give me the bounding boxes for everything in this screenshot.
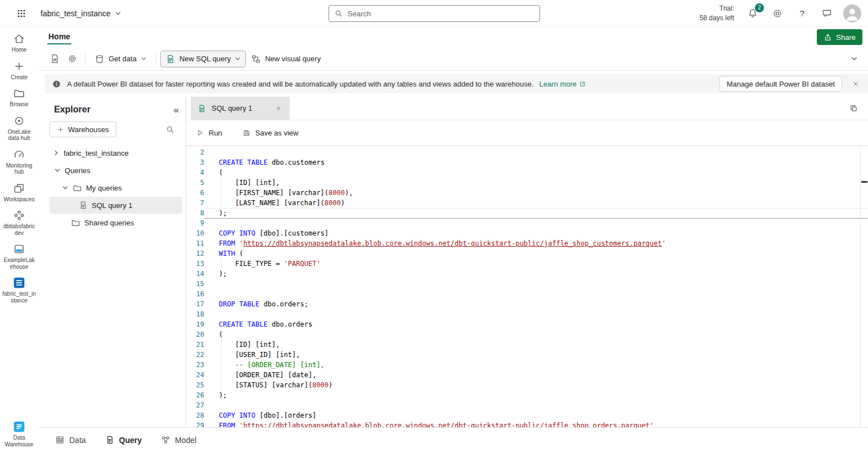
tab-query[interactable]: Query [105,435,142,445]
rail-item-onelake-data-hub[interactable]: OneLake data hub [1,115,37,142]
tab-sql-query-1[interactable]: SQL query 1 [191,97,290,120]
code-line[interactable]: 16 [186,289,868,299]
code-line[interactable]: 8); [186,208,868,218]
tree-item-queries[interactable]: Queries [50,162,182,179]
rail-item-dbtlabsfabricdev[interactable]: dbtlabsfabricdev [1,209,37,236]
code-text [204,218,868,228]
help-icon: ? [800,8,804,18]
save-as-view-button[interactable]: Save as view [242,129,299,137]
rail-item-data-warehouse[interactable]: Data Warehouse [1,421,37,448]
line-number: 12 [186,248,204,259]
code-line[interactable]: 18 [186,309,868,319]
line-number: 28 [186,410,204,421]
code-line[interactable]: 26); [186,390,868,400]
scrollbar-thumb[interactable] [861,181,867,183]
code-line[interactable]: 13 FILE_TYPE = 'PARQUET' [186,259,868,269]
code-line[interactable]: 10COPY INTO [dbo].[customers] [186,228,868,238]
query-editor-area: SQL query 1 Run [186,97,868,427]
rail-item-monitoring-hub[interactable]: Monitoring hub [1,148,37,175]
warehouse-icon [13,277,25,289]
feedback-button[interactable] [818,5,835,22]
line-number: 17 [186,299,204,309]
line-number: 20 [186,329,204,340]
explorer-search-button[interactable] [162,121,178,137]
rail-item-browse[interactable]: Browse [1,87,37,108]
code-line[interactable]: 2 [186,147,868,157]
workspace-switcher[interactable]: fabric_test_instance [41,9,122,18]
manage-default-dataset-button[interactable]: Manage default Power BI dataset [719,76,842,92]
new-sql-query-button[interactable]: New SQL query [160,51,246,67]
tool-settings-button[interactable] [64,51,81,67]
line-number: 21 [186,340,204,350]
rail-item-examplelakehouse[interactable]: ExampleLakehouse [1,243,37,270]
code-line[interactable]: 29FROM 'https://dbtlabsynapsedatalake.bl… [186,421,868,427]
user-avatar[interactable] [843,4,861,22]
get-data-button[interactable]: Get data [89,51,152,67]
folder-icon [73,183,82,193]
code-line[interactable]: 20( [186,329,868,340]
code-line[interactable]: 27 [186,400,868,410]
code-line[interactable]: 6 [FIRST_NAME] [varchar](8000), [186,188,868,198]
code-line[interactable]: 3CREATE TABLE dbo.customers [186,157,868,168]
line-number: 24 [186,370,204,380]
code-line[interactable]: 11FROM 'https://dbtlabsynapsedatalake.bl… [186,238,868,248]
code-line[interactable]: 15 [186,279,868,289]
close-tab-button[interactable] [273,103,284,114]
code-line[interactable]: 25 [STATUS] [varchar](8000) [186,380,868,390]
rail-item-create[interactable]: Create [1,60,37,81]
app-launcher-button[interactable] [14,6,29,21]
copy-button[interactable] [845,101,861,116]
code-line[interactable]: 14); [186,269,868,279]
code-text [204,400,868,410]
workspace-flower-icon [13,209,25,222]
rail-item-home[interactable]: Home [1,33,37,53]
learn-more-link[interactable]: Learn more [539,80,586,88]
line-number: 9 [186,218,204,228]
code-line[interactable]: 17DROP TABLE dbo.orders; [186,299,868,309]
sql-code-editor[interactable]: 23CREATE TABLE dbo.customers4(5 [ID] [in… [186,146,868,427]
tree-item-fabric-test-instance[interactable]: fabric_test_instance [50,144,182,161]
editor-scrollbar[interactable] [860,146,868,427]
code-line[interactable]: 5 [ID] [int], [186,178,868,188]
code-text: [USER_ID] [int], [204,350,868,360]
code-line[interactable]: 23 -- [ORDER_DATE] [int], [186,360,868,370]
code-line[interactable]: 4( [186,168,868,178]
code-line[interactable]: 7 [LAST_NAME] [varchar](8000) [186,198,868,208]
search-icon [334,9,343,18]
code-text: ); [204,269,868,279]
data-warehouse-icon [13,421,25,433]
settings-button[interactable] [769,5,786,22]
rail-item-workspaces[interactable]: Workspaces [1,182,37,203]
sql-query-icon [79,201,88,210]
code-text: [STATUS] [varchar](8000) [204,380,868,390]
help-button[interactable]: ? [794,5,811,22]
code-line[interactable]: 22 [USER_ID] [int], [186,350,868,360]
line-number: 18 [186,309,204,319]
banner-close-button[interactable] [848,76,863,92]
code-line[interactable]: 24 [ORDER_DATE] [date], [186,370,868,380]
add-warehouses-button[interactable]: Warehouses [50,121,116,137]
new-report-button[interactable] [46,51,64,67]
code-line[interactable]: 28COPY INTO [dbo].[orders] [186,410,868,421]
code-line[interactable]: 21 [ID] [int], [186,340,868,350]
tree-item-shared-queries[interactable]: Shared queries [50,214,182,231]
collapse-ribbon-button[interactable] [845,51,862,67]
code-line[interactable]: 19CREATE TABLE dbo.orders [186,319,868,329]
tab-home[interactable]: Home [46,29,73,46]
run-button[interactable]: Run [196,129,222,137]
tab-model[interactable]: Model [161,435,196,445]
tab-data[interactable]: Data [55,435,86,445]
notifications-button[interactable]: 2 [744,5,761,22]
plus-icon [13,60,25,73]
editor-tab-strip: SQL query 1 [186,97,868,120]
search-input[interactable]: Search [329,5,540,22]
share-button[interactable]: Share [817,29,862,45]
code-line[interactable]: 12WITH ( [186,248,868,259]
code-text: [ID] [int], [204,178,868,188]
collapse-panel-icon[interactable]: « [174,105,179,115]
new-visual-query-button[interactable]: New visual query [246,51,326,67]
code-line[interactable]: 9 [186,218,868,228]
tree-item-my-queries[interactable]: My queries [50,179,182,196]
rail-item-fabric-test-instance[interactable]: fabric_test_instance [1,277,37,304]
tree-item-sql-query-1[interactable]: SQL query 1 [50,197,182,214]
